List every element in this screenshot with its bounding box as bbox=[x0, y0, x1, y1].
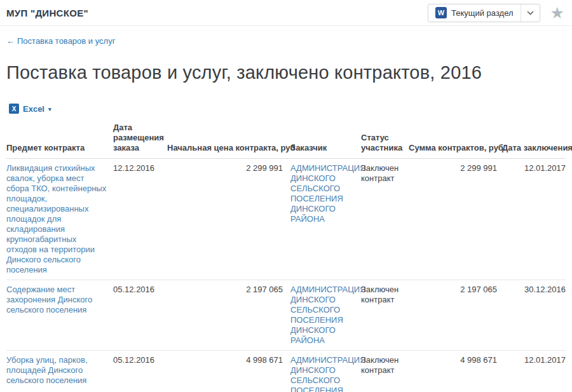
initial-price-cell: 2 299 991 bbox=[167, 159, 290, 280]
current-section-dropdown-toggle[interactable] bbox=[521, 4, 540, 22]
table-row: Содержание мест захоронения Динского сел… bbox=[6, 280, 566, 351]
contracts-table: Предмет контракта Дата размещения заказа… bbox=[6, 123, 566, 392]
column-header-contracts-sum: Сумма контрактов, руб. bbox=[409, 123, 502, 159]
breadcrumb: ←Поставка товаров и услуг bbox=[0, 26, 572, 46]
contracts-sum-cell: 2 299 991 bbox=[409, 159, 502, 280]
initial-price-cell: 2 197 065 bbox=[167, 280, 290, 351]
back-arrow-icon: ← bbox=[6, 36, 15, 46]
contract-subject-link[interactable]: Уборка улиц, парков, площадей Динского с… bbox=[6, 355, 88, 385]
favorite-star-icon[interactable]: ★ bbox=[550, 5, 564, 21]
excel-export-button[interactable]: X Excel ▾ bbox=[9, 104, 51, 114]
customer-link[interactable]: АДМИНИСТРАЦИЯ ДИНСКОГО СЕЛЬСКОГО ПОСЕЛЕН… bbox=[290, 355, 366, 392]
customer-link[interactable]: АДМИНИСТРАЦИЯ ДИНСКОГО СЕЛЬСКОГО ПОСЕЛЕН… bbox=[290, 285, 366, 345]
column-header-conclusion-date: Дата заключения bbox=[502, 123, 566, 159]
current-section-button[interactable]: W Текущий раздел bbox=[428, 4, 540, 22]
column-header-status: Статус участника bbox=[361, 123, 409, 159]
placed-date-cell: 05.12.2016 bbox=[113, 280, 167, 351]
conclusion-date-cell: 12.01.2017 bbox=[502, 159, 566, 280]
status-cell: Заключен контракт bbox=[361, 351, 409, 392]
contracts-sum-cell: 2 197 065 bbox=[409, 280, 502, 351]
page-title: Поставка товаров и услуг, заключено конт… bbox=[0, 46, 572, 83]
top-bar: МУП "ДИНСКОЕ" W Текущий раздел ★ bbox=[0, 0, 572, 26]
table-header-row: Предмет контракта Дата размещения заказа… bbox=[6, 123, 566, 159]
excel-icon: X bbox=[9, 104, 19, 114]
table-row: Уборка улиц, парков, площадей Динского с… bbox=[6, 351, 566, 392]
placed-date-cell: 05.12.2016 bbox=[113, 351, 167, 392]
back-link-label: Поставка товаров и услуг bbox=[17, 36, 115, 46]
column-header-subject: Предмет контракта bbox=[6, 123, 113, 159]
current-section-label: Текущий раздел bbox=[451, 8, 514, 18]
status-cell: Заключен контракт bbox=[361, 280, 409, 351]
chevron-down-icon bbox=[527, 11, 534, 15]
excel-export-label: Excel bbox=[23, 104, 44, 114]
conclusion-date-cell: 12.01.2017 bbox=[502, 351, 566, 392]
top-bar-actions: W Текущий раздел ★ bbox=[428, 4, 564, 22]
current-section-button-main[interactable]: W Текущий раздел bbox=[428, 4, 521, 22]
placed-date-cell: 12.12.2016 bbox=[113, 159, 167, 280]
contracts-sum-cell: 4 998 671 bbox=[409, 351, 502, 392]
word-icon: W bbox=[435, 7, 447, 18]
site-title: МУП "ДИНСКОЕ" bbox=[6, 8, 88, 18]
table-row: Ликвидация стихийных свалок, уборка мест… bbox=[6, 159, 566, 280]
column-header-customer: Заказчик bbox=[290, 123, 361, 159]
conclusion-date-cell: 30.12.2016 bbox=[502, 280, 566, 351]
initial-price-cell: 4 998 671 bbox=[167, 351, 290, 392]
excel-caret-icon: ▾ bbox=[48, 106, 51, 112]
status-cell: Заключен контракт bbox=[361, 159, 409, 280]
column-header-placed-date: Дата размещения заказа bbox=[113, 123, 167, 159]
column-header-initial-price: Начальная цена контракта, руб bbox=[167, 123, 290, 159]
contract-subject-link[interactable]: Ликвидация стихийных свалок, уборка мест… bbox=[6, 163, 106, 274]
customer-link[interactable]: АДМИНИСТРАЦИЯ ДИНСКОГО СЕЛЬСКОГО ПОСЕЛЕН… bbox=[290, 163, 366, 224]
back-link[interactable]: ←Поставка товаров и услуг bbox=[6, 36, 115, 46]
contract-subject-link[interactable]: Содержание мест захоронения Динского сел… bbox=[6, 285, 92, 314]
